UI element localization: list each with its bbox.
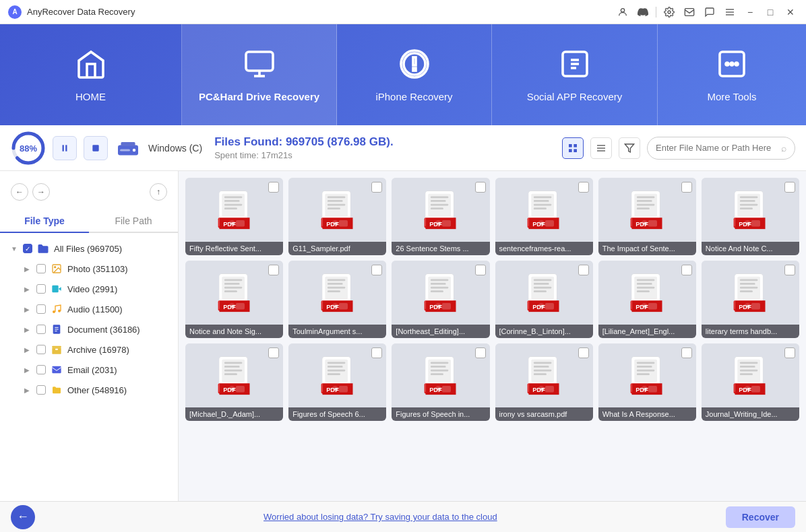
discord-icon[interactable] <box>636 5 650 20</box>
file-checkbox[interactable] <box>784 347 795 358</box>
file-checkbox[interactable] <box>784 265 795 275</box>
cloud-message[interactable]: Worried about losing data? Try saving yo… <box>264 512 497 522</box>
tree-item-photo[interactable]: ▶ Photo (351103) <box>0 259 178 279</box>
progress-label: 88% <box>20 143 37 153</box>
svg-rect-168 <box>328 286 345 288</box>
sidebar-tabs: File Type File Path <box>0 210 178 233</box>
file-name-label: Notice And Note C... <box>702 242 799 255</box>
file-checkbox[interactable] <box>371 347 382 358</box>
file-card[interactable]: PDF Journal_Writing_Ide... <box>702 343 799 421</box>
tree-item-audio[interactable]: ▶ Audio (11500) <box>0 299 178 319</box>
grid-view-button[interactable] <box>562 137 584 159</box>
file-name-label: [Liliane_Arnet]_Engl... <box>598 325 696 338</box>
svg-rect-249 <box>224 373 237 375</box>
file-card[interactable]: PDF 26 Sentence Stems ... <box>392 178 489 255</box>
filter-button[interactable] <box>619 137 640 159</box>
file-checkbox[interactable] <box>681 182 692 193</box>
file-checkbox[interactable] <box>578 265 589 275</box>
list-view-button[interactable] <box>590 137 612 159</box>
email-checkbox[interactable] <box>36 365 46 374</box>
tab-filetype[interactable]: File Type <box>0 210 89 233</box>
file-card[interactable]: PDF Figures of Speech 6... <box>288 343 386 421</box>
file-card[interactable]: PDF What Is A Response... <box>598 343 696 421</box>
minimize-button[interactable]: − <box>743 5 757 20</box>
svg-rect-89 <box>431 207 443 209</box>
mail-icon[interactable] <box>682 5 697 20</box>
audio-checkbox[interactable] <box>36 304 46 314</box>
tree-item-document[interactable]: ▶ Document (36186) <box>0 319 178 339</box>
file-card[interactable]: PDF [Michael_D._Adam]... <box>185 343 283 421</box>
file-card[interactable]: PDF Notice And Note C... <box>702 178 799 255</box>
document-checkbox[interactable] <box>36 325 46 334</box>
file-card[interactable]: PDF [Corinne_B._Linton]... <box>495 261 593 338</box>
file-card[interactable]: PDF ToulminArgument s... <box>288 261 386 338</box>
file-checkbox[interactable] <box>371 265 382 275</box>
stop-button[interactable] <box>84 136 108 160</box>
svg-rect-231 <box>740 283 755 285</box>
file-checkbox[interactable] <box>578 347 589 358</box>
file-card[interactable]: PDF Notice and Note Sig... <box>185 261 283 338</box>
file-card[interactable]: PDF [Northeast_Editing]... <box>392 261 489 338</box>
archive-label: Archive (16978) <box>67 345 167 355</box>
other-checkbox[interactable] <box>36 385 46 395</box>
svg-point-0 <box>621 8 624 11</box>
file-checkbox[interactable] <box>371 182 382 193</box>
file-checkbox[interactable] <box>681 347 692 358</box>
file-card[interactable]: PDF Fifty Reflective Sent... <box>185 178 283 255</box>
tree-item-other[interactable]: ▶ Other (548916) <box>0 380 178 400</box>
video-checkbox[interactable] <box>36 284 46 294</box>
photo-expand-arrow: ▶ <box>24 265 32 273</box>
photo-label: Photo (351103) <box>67 264 167 274</box>
recover-button[interactable]: Recover <box>726 506 795 528</box>
svg-rect-118 <box>637 196 654 198</box>
nav-home[interactable]: HOME <box>0 24 182 125</box>
file-card[interactable]: PDF literary terms handb... <box>702 261 799 338</box>
file-checkbox[interactable] <box>475 265 486 275</box>
allfiles-checkbox[interactable]: ✓ <box>23 244 32 253</box>
tree-item-allfiles[interactable]: ▼ ✓ All Files (969705) <box>0 238 178 259</box>
pause-button[interactable] <box>53 136 77 160</box>
file-checkbox[interactable] <box>268 182 279 193</box>
file-checkbox[interactable] <box>268 347 279 358</box>
file-checkbox[interactable] <box>578 182 589 193</box>
file-card[interactable]: PDF Figures of Speech in... <box>392 343 489 421</box>
file-card[interactable]: PDF irony vs sarcasm.pdf <box>495 343 593 421</box>
file-card[interactable]: PDF The Impact of Sente... <box>598 178 696 255</box>
search-box[interactable]: ⌕ <box>647 137 795 160</box>
forward-arrow[interactable]: → <box>32 183 50 201</box>
settings-icon[interactable] <box>662 5 677 20</box>
tree-item-video[interactable]: ▶ Video (2991) <box>0 279 178 299</box>
nav-pc[interactable]: PC&Hard Drive Recovery <box>182 24 337 125</box>
nav-social[interactable]: Social APP Recovery <box>492 24 658 125</box>
nav-iphone[interactable]: iPhone Recovery <box>337 24 492 125</box>
file-card[interactable]: PDF sentenceframes-rea... <box>495 178 593 255</box>
maximize-button[interactable]: □ <box>763 5 778 20</box>
archive-expand-arrow: ▶ <box>24 346 32 354</box>
archive-checkbox[interactable] <box>36 345 46 354</box>
file-checkbox[interactable] <box>784 182 795 193</box>
tree-item-archive[interactable]: ▶ Archive (16978) <box>0 339 178 360</box>
close-button[interactable]: ✕ <box>783 5 798 20</box>
file-card[interactable]: PDF [Liliane_Arnet]_Engl... <box>598 261 696 338</box>
up-arrow[interactable]: ↑ <box>150 183 167 201</box>
menu-icon[interactable] <box>722 5 737 20</box>
nav-more[interactable]: More Tools <box>658 24 806 125</box>
back-arrow[interactable]: ← <box>11 183 28 201</box>
file-name-label: [Northeast_Editing]... <box>392 325 489 338</box>
file-checkbox[interactable] <box>475 182 486 193</box>
file-checkbox[interactable] <box>268 265 279 275</box>
search-input[interactable] <box>656 143 777 153</box>
file-card[interactable]: PDF G11_Sampler.pdf <box>288 178 386 255</box>
photo-checkbox[interactable] <box>36 264 46 273</box>
user-icon[interactable] <box>615 5 630 20</box>
file-checkbox[interactable] <box>475 347 486 358</box>
files-info: Files Found: 969705 (876.98 GB). Spent t… <box>214 135 555 160</box>
chat-icon[interactable] <box>702 5 717 20</box>
other-label: Other (548916) <box>67 385 167 395</box>
svg-rect-6 <box>246 52 273 71</box>
svg-rect-200 <box>534 286 551 288</box>
tab-filepath[interactable]: File Path <box>89 210 178 233</box>
back-button[interactable]: ← <box>11 505 35 529</box>
file-checkbox[interactable] <box>681 265 692 275</box>
tree-item-email[interactable]: ▶ Email (2031) <box>0 360 178 380</box>
